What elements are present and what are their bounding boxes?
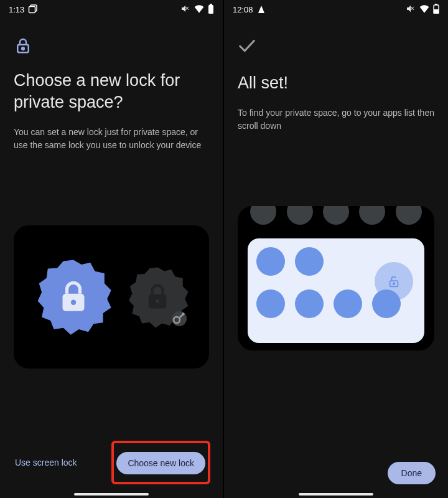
page-title: Choose a new lock for private space?	[14, 70, 209, 113]
svg-point-5	[22, 47, 24, 50]
lock-filled-icon	[60, 281, 86, 313]
svg-rect-2	[208, 5, 213, 14]
battery-icon	[208, 4, 214, 16]
status-bar: 1:13	[0, 0, 223, 19]
svg-rect-1	[29, 6, 35, 12]
app-placeholder-dot	[323, 206, 349, 225]
private-app-dot	[256, 289, 285, 318]
private-app-dot	[295, 247, 324, 276]
app-placeholder-dot	[250, 206, 276, 225]
mute-icon	[406, 4, 416, 16]
private-space-card	[248, 238, 424, 343]
illustration-apps-preview	[238, 206, 434, 350]
svg-point-15	[393, 283, 395, 284]
use-screen-lock-button[interactable]: Use screen lock	[12, 451, 80, 474]
private-app-dot	[295, 289, 324, 318]
page-title: All set!	[238, 72, 434, 94]
private-app-dot	[256, 247, 285, 276]
unlock-icon	[375, 262, 413, 301]
screen-choose-lock: 1:13 Choose a new lock	[0, 0, 224, 498]
status-time: 12:08	[233, 5, 253, 14]
svg-rect-12	[434, 9, 439, 14]
screen-lock-graphic	[125, 265, 190, 330]
multi-window-icon	[28, 4, 38, 16]
status-time: 1:13	[9, 5, 24, 14]
svg-rect-3	[210, 4, 212, 5]
lock-icon	[14, 36, 32, 55]
status-indicator-icon	[258, 6, 264, 13]
illustration-lock-options	[14, 225, 209, 369]
annotation-highlight: Choose new lock	[111, 441, 210, 484]
lock-grey-icon	[147, 284, 168, 310]
page-description: You can set a new lock just for private …	[14, 126, 209, 152]
button-bar: Done	[224, 462, 448, 484]
gesture-handle[interactable]	[299, 493, 373, 496]
private-app-dot	[334, 289, 362, 318]
choose-new-lock-button[interactable]: Choose new lock	[116, 452, 205, 474]
new-lock-graphic	[33, 256, 114, 337]
screen-all-set: 12:08 All set! To find your private s	[224, 0, 448, 498]
checkmark-icon	[238, 36, 256, 55]
svg-rect-13	[435, 4, 437, 5]
key-badge-icon	[172, 311, 187, 326]
mute-icon	[180, 4, 190, 16]
done-button[interactable]: Done	[388, 462, 436, 484]
wifi-icon	[194, 4, 204, 15]
button-bar: Use screen lock Choose new lock	[0, 441, 223, 484]
app-placeholder-dot	[359, 206, 385, 225]
app-placeholder-dot	[287, 206, 313, 225]
status-bar: 12:08	[224, 0, 448, 19]
status-icons	[180, 4, 214, 16]
battery-icon	[433, 4, 439, 16]
page-description: To find your private space, go to your a…	[238, 106, 434, 133]
app-placeholder-dot	[396, 206, 422, 225]
status-icons	[406, 4, 439, 16]
svg-point-7	[70, 300, 75, 305]
gesture-handle[interactable]	[74, 493, 149, 496]
svg-point-9	[156, 299, 159, 303]
wifi-icon	[419, 4, 429, 15]
